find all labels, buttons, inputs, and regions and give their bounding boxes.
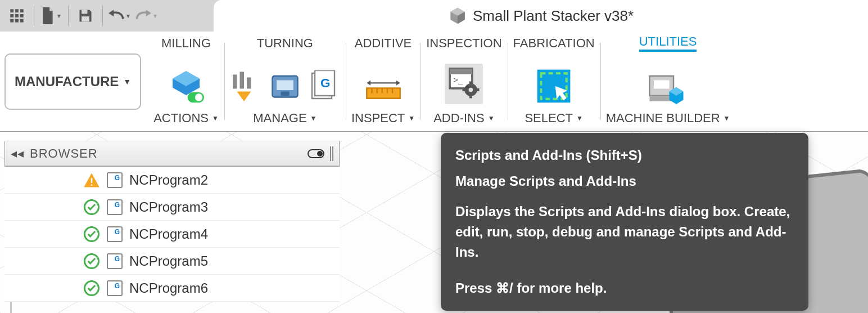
tree-item[interactable]: G NCProgram4 <box>4 221 340 248</box>
tree-item[interactable]: G NCProgram5 <box>4 248 340 275</box>
svg-rect-18 <box>281 91 289 96</box>
tooltip-title: Scripts and Add-Ins (Shift+S) <box>455 145 794 166</box>
ribbon-group-addins: INSPECTION >_ ADD-INS▼ <box>421 32 507 131</box>
tool-library-icon[interactable] <box>230 70 264 104</box>
tree-item-label: NCProgram2 <box>129 172 208 188</box>
machine-library-icon[interactable] <box>268 70 302 104</box>
group-footer-machine-builder[interactable]: MACHINE BUILDER▼ <box>606 111 730 126</box>
scripts-addins-button[interactable]: >_ <box>445 64 483 104</box>
app-grid-button[interactable] <box>4 3 29 28</box>
svg-point-37 <box>469 87 473 92</box>
tree-item[interactable]: G NCProgram6 <box>4 275 340 302</box>
redo-button[interactable]: ▼ <box>134 3 159 28</box>
ribbon-group-actions: MILLING ACTIONS▼ <box>148 32 224 131</box>
group-footer-manage[interactable]: MANAGE▼ <box>253 111 317 126</box>
document-title-bar: Small Plant Stacker v38* <box>214 0 868 32</box>
tooltip: Scripts and Add-Ins (Shift+S) Manage Scr… <box>441 133 808 311</box>
svg-rect-33 <box>469 81 472 86</box>
svg-rect-6 <box>10 19 13 23</box>
measure-icon[interactable] <box>365 77 401 104</box>
svg-rect-17 <box>277 80 293 90</box>
tooltip-help: Press ⌘/ for more help. <box>455 278 794 298</box>
tree-item[interactable]: G NCProgram2 <box>4 167 340 194</box>
svg-rect-30 <box>450 69 472 74</box>
group-footer-actions[interactable]: ACTIONS▼ <box>153 111 219 126</box>
generate-icon[interactable] <box>168 68 204 104</box>
svg-rect-14 <box>239 71 244 88</box>
svg-rect-5 <box>20 14 24 17</box>
grip-icon[interactable] <box>330 146 333 161</box>
tree-item-label: NCProgram3 <box>129 199 208 215</box>
toggle-icon[interactable] <box>308 149 324 158</box>
check-icon <box>83 226 100 243</box>
chevron-down-icon: ▼ <box>125 13 131 19</box>
svg-rect-15 <box>247 77 251 88</box>
chevron-down-icon: ▼ <box>56 13 62 19</box>
browser-panel: ◂◂ BROWSER <box>4 141 340 167</box>
gcode-icon: G <box>107 226 123 242</box>
chevron-down-icon: ▼ <box>212 114 219 122</box>
tree-item-label: NCProgram4 <box>129 226 208 242</box>
chevron-down-icon: ▼ <box>408 114 415 122</box>
undo-button[interactable]: ▼ <box>107 3 132 28</box>
ribbon-group-select: FABRICATION SELECT▼ <box>508 32 600 131</box>
tree-item-label: NCProgram6 <box>129 280 208 296</box>
tree-item-label: NCProgram5 <box>129 253 208 269</box>
save-button[interactable] <box>73 3 98 28</box>
svg-text:G: G <box>320 76 331 90</box>
check-icon <box>83 199 100 216</box>
svg-rect-3 <box>10 14 13 17</box>
tab-additive[interactable]: ADDITIVE <box>355 35 412 52</box>
quick-access-toolbar: ▼ ▼ ▼ Small Plant Stacker v38* <box>0 0 868 32</box>
tab-fabrication[interactable]: FABRICATION <box>513 35 595 52</box>
chevron-down-icon: ▼ <box>310 114 317 122</box>
group-footer-inspect[interactable]: INSPECT▼ <box>351 111 415 126</box>
tab-utilities[interactable]: UTILITIES <box>639 35 697 52</box>
svg-rect-34 <box>469 94 472 99</box>
workspace-label: MANUFACTURE <box>15 74 119 90</box>
document-title: Small Plant Stacker v38* <box>473 7 634 25</box>
workspace-dropdown[interactable]: MANUFACTURE ▼ <box>4 53 141 110</box>
tab-milling[interactable]: MILLING <box>161 35 211 52</box>
machine-builder-icon[interactable] <box>648 70 688 104</box>
svg-rect-8 <box>20 19 24 23</box>
svg-rect-43 <box>91 178 93 183</box>
gcode-icon: G <box>107 280 123 296</box>
gcode-icon: G <box>107 199 123 215</box>
cube-icon <box>448 6 467 25</box>
chevron-down-icon: ▼ <box>152 13 158 19</box>
ribbon: MANUFACTURE ▼ MILLING ACTIONS▼ TURNING <box>0 32 868 132</box>
ribbon-group-inspect: ADDITIVE INSPECT▼ <box>346 32 421 131</box>
tooltip-subtitle: Manage Scripts and Add-Ins <box>455 171 794 191</box>
chevron-down-icon: ▼ <box>724 114 730 122</box>
svg-point-12 <box>195 93 202 101</box>
group-footer-select[interactable]: SELECT▼ <box>525 111 582 126</box>
svg-rect-44 <box>91 184 93 186</box>
tab-turning[interactable]: TURNING <box>257 35 313 52</box>
svg-rect-1 <box>15 9 19 12</box>
check-icon <box>83 253 100 270</box>
gcode-icon: G <box>107 172 123 188</box>
svg-rect-7 <box>15 19 19 23</box>
svg-rect-2 <box>20 9 24 12</box>
nc-program-icon[interactable]: G <box>306 70 340 104</box>
ribbon-group-manage: TURNING G MANAGE▼ <box>224 32 346 131</box>
warning-icon <box>83 172 100 189</box>
svg-rect-41 <box>654 80 670 88</box>
svg-rect-35 <box>463 88 467 91</box>
browser-header[interactable]: ◂◂ BROWSER <box>5 141 339 166</box>
file-new-button[interactable]: ▼ <box>39 3 64 28</box>
tree-item[interactable]: G NCProgram3 <box>4 194 340 221</box>
svg-rect-36 <box>475 88 480 91</box>
collapse-icon[interactable]: ◂◂ <box>11 146 24 161</box>
group-footer-addins[interactable]: ADD-INS▼ <box>433 111 494 126</box>
tab-inspection[interactable]: INSPECTION <box>426 35 501 52</box>
select-icon[interactable] <box>536 68 572 104</box>
chevron-down-icon: ▼ <box>576 114 583 122</box>
ribbon-group-machine-builder: UTILITIES MACHINE BUILDER▼ <box>600 32 736 131</box>
check-icon <box>83 280 100 297</box>
svg-rect-0 <box>10 9 13 12</box>
browser-title: BROWSER <box>30 146 98 161</box>
browser-tree: G NCProgram2 G NCProgram3 G NCProgram4 G… <box>4 167 340 302</box>
svg-rect-9 <box>82 10 88 14</box>
